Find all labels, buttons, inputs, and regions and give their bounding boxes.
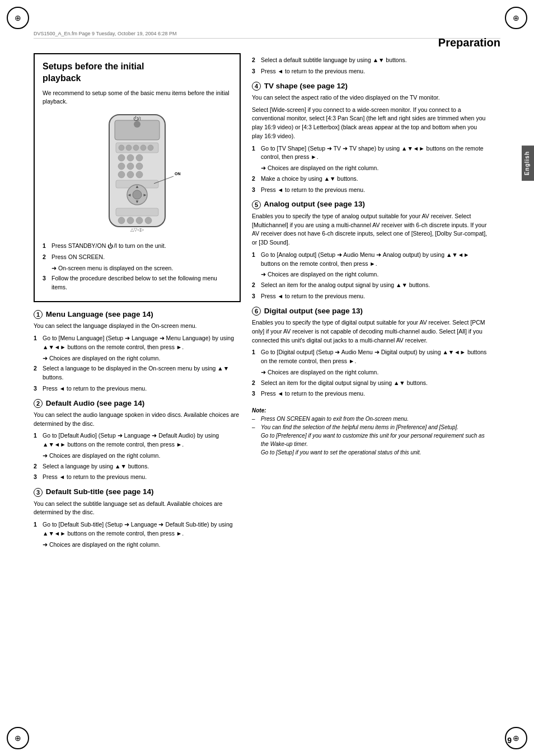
- step-item: 1 Go to [Menu Language] (Setup ➜ Languag…: [34, 334, 241, 352]
- step-item: 3 Press ◄ to return to the previous menu…: [252, 186, 489, 195]
- sub-step: ➜ On-screen menu is displayed on the scr…: [51, 264, 232, 273]
- step-item: 3 Press ◄ to return to the previous menu…: [34, 473, 241, 482]
- sub-step: ➜ Choices are displayed on the right col…: [261, 270, 489, 279]
- file-info: DVS1500_A_En.fm Page 9 Tuesday, October …: [34, 31, 177, 36]
- step-item: 1 Go to [Digital output] (Setup ➜ Audio …: [252, 348, 489, 366]
- section-digital-output: 6 Digital output (see page 13) Enables y…: [252, 307, 489, 398]
- section-analog-output: 5 Analog output (see page 13) Enables yo…: [252, 200, 489, 300]
- svg-point-5: [126, 145, 132, 151]
- svg-text:▲: ▲: [135, 184, 139, 189]
- left-column: Setups before the initial playback We re…: [34, 53, 241, 722]
- step-item: 1 Go to [Default Audio] (Setup ➜ Languag…: [34, 431, 241, 449]
- sub-step: ➜ Choices are displayed on the right col…: [261, 164, 489, 173]
- step-item: 1 Go to [TV Shape] (Setup ➜ TV ➜ TV shap…: [252, 144, 489, 162]
- section-menu-language: 1 Menu Language (see page 14) You can se…: [34, 310, 241, 393]
- svg-point-13: [127, 163, 134, 170]
- step-item: 2 Select an item for the analog output s…: [252, 281, 489, 290]
- page-number: 9: [507, 736, 512, 745]
- svg-point-26: [118, 217, 125, 224]
- step-item: 2 Press ON SCREEN.: [43, 253, 232, 262]
- corner-decoration-tr: ⊕: [505, 7, 527, 29]
- svg-point-11: [136, 154, 143, 161]
- svg-point-17: [136, 171, 143, 178]
- svg-text:⏻/I: ⏻/I: [133, 116, 141, 121]
- svg-point-27: [127, 217, 134, 224]
- header-bar: DVS1500_A_En.fm Page 9 Tuesday, October …: [34, 31, 500, 39]
- section-default-audio: 2 Default Audio (see page 14) You can se…: [34, 399, 241, 482]
- remote-illustration: ▲ ▼ ◄ ► ON SCREEN ⏻/I △▽◁▷: [43, 112, 232, 236]
- step-item: 2 Select a language to be displayed in t…: [34, 364, 241, 382]
- note-line-1: – Press ON SCREEN again to exit from the…: [252, 415, 489, 423]
- remote-svg: ▲ ▼ ◄ ► ON SCREEN ⏻/I △▽◁▷: [92, 112, 182, 235]
- section-box-intro: We recommend to setup some of the basic …: [43, 89, 232, 107]
- note-block: Note: – Press ON SCREEN again to exit fr…: [252, 406, 489, 457]
- sub-step: ➜ Choices are displayed on the right col…: [43, 452, 241, 461]
- step-item: 3 Press ◄ to return to the previous menu…: [34, 384, 241, 393]
- sub-step: ➜ Choices are displayed on the right col…: [261, 368, 489, 377]
- section-tv-shape: 4 TV shape (see page 12) You can select …: [252, 82, 489, 195]
- step-item: 3 Press ◄ to return to the previous menu…: [252, 67, 489, 76]
- step-item: 3 Follow the procedure described below t…: [43, 274, 232, 292]
- step-item: 2 Make a choice by using ▲▼ buttons.: [252, 175, 489, 184]
- section-box-title: Setups before the initial playback: [43, 61, 232, 84]
- sub-step: ➜ Choices are displayed on the right col…: [43, 541, 241, 550]
- step-item: 2 Select a default subtitle language by …: [252, 56, 489, 65]
- note-label: Note:: [252, 406, 489, 415]
- svg-text:ON SCREEN: ON SCREEN: [175, 172, 182, 176]
- svg-point-28: [136, 217, 143, 224]
- svg-point-12: [118, 163, 125, 170]
- steps-intro: 1 Press STANDBY/ON ⏻/I to turn on the un…: [43, 242, 232, 292]
- svg-point-7: [140, 145, 146, 151]
- svg-point-15: [118, 171, 125, 178]
- corner-decoration-tl: ⊕: [7, 7, 29, 29]
- svg-point-29: [145, 217, 152, 224]
- step-item: 2 Select an item for the digital output …: [252, 379, 489, 388]
- step-item: 3 Press ◄ to return to the previous menu…: [252, 292, 489, 301]
- main-content: Setups before the initial playback We re…: [34, 53, 489, 722]
- page-title: Preparation: [438, 36, 500, 49]
- svg-text:▼: ▼: [135, 199, 139, 204]
- svg-text:◄: ◄: [127, 192, 132, 198]
- step-item: 3 Press ◄ to return to the previous menu…: [252, 389, 489, 398]
- step-item: 1 Press STANDBY/ON ⏻/I to turn on the un…: [43, 242, 232, 251]
- note-line-2: – You can find the selection of the help…: [252, 423, 489, 457]
- language-tab: English: [522, 145, 534, 181]
- svg-point-4: [119, 145, 124, 151]
- svg-point-20: [133, 190, 142, 199]
- step-item: 2 Select a language by using ▲▼ buttons.: [34, 462, 241, 471]
- section-default-subtitle: 3 Default Sub-title (see page 14) You ca…: [34, 487, 241, 549]
- svg-rect-25: [116, 208, 158, 216]
- section-box: Setups before the initial playback We re…: [34, 53, 241, 302]
- svg-point-6: [133, 145, 139, 151]
- svg-point-2: [134, 121, 140, 128]
- step-item: 1 Go to [Analog output] (Setup ➜ Audio M…: [252, 251, 489, 269]
- svg-text:►: ►: [143, 192, 147, 198]
- section-subtitle-cont: 2 Select a default subtitle language by …: [252, 53, 489, 76]
- svg-text:△▽◁▷: △▽◁▷: [130, 227, 144, 232]
- svg-point-10: [127, 154, 134, 161]
- sub-step: ➜ Choices are displayed on the right col…: [43, 354, 241, 363]
- svg-point-9: [118, 154, 125, 161]
- step-item: 1 Go to [Default Sub-title] (Setup ➜ Lan…: [34, 520, 241, 538]
- corner-decoration-bl: ⊕: [7, 727, 29, 749]
- right-column: 2 Select a default subtitle language by …: [252, 53, 489, 722]
- svg-point-16: [127, 171, 134, 178]
- svg-point-14: [136, 163, 143, 170]
- svg-point-8: [148, 145, 153, 151]
